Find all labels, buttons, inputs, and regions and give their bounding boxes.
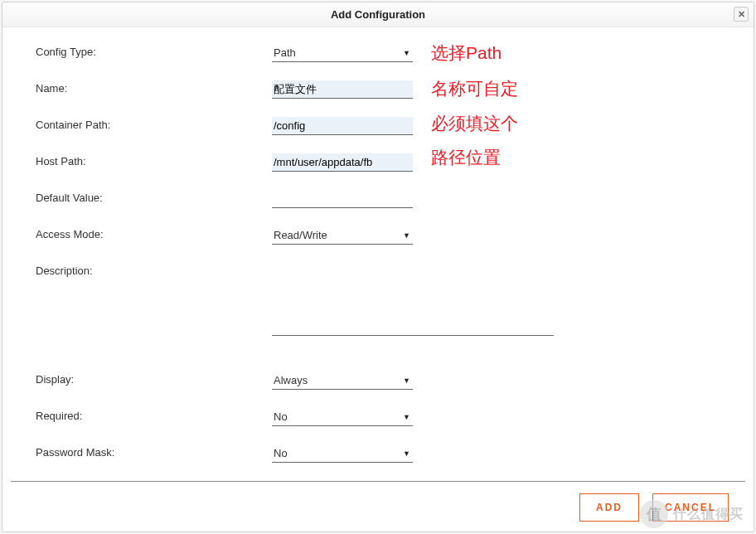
add-button[interactable]: ADD bbox=[579, 493, 639, 522]
row-host-path: Host Path: bbox=[36, 153, 720, 172]
label-container-path: Container Path: bbox=[36, 117, 272, 131]
dialog-title: Add Configuration bbox=[331, 8, 425, 21]
annotation-name: 名称可自定 bbox=[431, 77, 518, 100]
select-access-mode[interactable]: Read/Write ▼ bbox=[272, 226, 413, 245]
label-host-path: Host Path: bbox=[36, 153, 272, 167]
cancel-button[interactable]: CANCEL bbox=[652, 493, 729, 522]
select-display[interactable]: Always ▼ bbox=[272, 371, 413, 390]
select-password-mask[interactable]: No ▼ bbox=[272, 444, 413, 463]
dialog-header: Add Configuration ✕ bbox=[2, 2, 754, 27]
label-name: Name: bbox=[36, 80, 272, 95]
input-host-path[interactable] bbox=[272, 153, 413, 172]
row-container-path: Container Path: bbox=[36, 117, 720, 135]
chevron-down-icon: ▼ bbox=[403, 449, 410, 458]
annotation-config-type: 选择Path bbox=[431, 41, 502, 65]
row-default-value: Default Value: bbox=[36, 190, 720, 208]
row-name: Name: bbox=[36, 80, 720, 99]
row-description: Description: bbox=[36, 263, 720, 338]
select-config-type-value: Path bbox=[274, 46, 296, 59]
row-display: Display: Always ▼ bbox=[36, 371, 720, 390]
annotation-container-path: 必须填这个 bbox=[431, 112, 518, 135]
close-button[interactable]: ✕ bbox=[734, 7, 749, 22]
label-description: Description: bbox=[36, 263, 272, 277]
input-name[interactable] bbox=[272, 80, 413, 99]
row-password-mask: Password Mask: No ▼ bbox=[36, 444, 720, 463]
select-config-type[interactable]: Path ▼ bbox=[272, 44, 413, 62]
chevron-down-icon: ▼ bbox=[403, 49, 410, 57]
textarea-description[interactable] bbox=[272, 263, 554, 336]
select-required[interactable]: No ▼ bbox=[272, 408, 413, 426]
input-default-value[interactable] bbox=[272, 190, 413, 208]
dialog-footer: ADD CANCEL bbox=[579, 493, 729, 522]
add-configuration-dialog: Add Configuration ✕ Config Type: Path ▼ … bbox=[2, 2, 754, 532]
chevron-down-icon: ▼ bbox=[403, 231, 410, 240]
select-access-mode-value: Read/Write bbox=[274, 229, 327, 241]
footer-divider bbox=[11, 481, 745, 482]
label-default-value: Default Value: bbox=[36, 190, 272, 204]
select-display-value: Always bbox=[274, 374, 308, 386]
select-password-mask-value: No bbox=[274, 447, 288, 459]
input-container-path[interactable] bbox=[272, 117, 413, 135]
annotation-host-path: 路径位置 bbox=[431, 146, 501, 169]
label-required: Required: bbox=[36, 408, 272, 422]
label-access-mode: Access Mode: bbox=[36, 226, 272, 240]
chevron-down-icon: ▼ bbox=[403, 376, 410, 385]
select-required-value: No bbox=[274, 410, 288, 423]
close-icon: ✕ bbox=[738, 2, 745, 27]
row-required: Required: No ▼ bbox=[36, 408, 720, 426]
label-password-mask: Password Mask: bbox=[36, 444, 272, 459]
chevron-down-icon: ▼ bbox=[403, 413, 410, 421]
label-display: Display: bbox=[36, 371, 272, 386]
row-access-mode: Access Mode: Read/Write ▼ bbox=[36, 226, 720, 245]
row-config-type: Config Type: Path ▼ bbox=[36, 44, 720, 62]
label-config-type: Config Type: bbox=[36, 44, 272, 58]
dialog-body: Config Type: Path ▼ Name: Container Path… bbox=[2, 27, 754, 463]
